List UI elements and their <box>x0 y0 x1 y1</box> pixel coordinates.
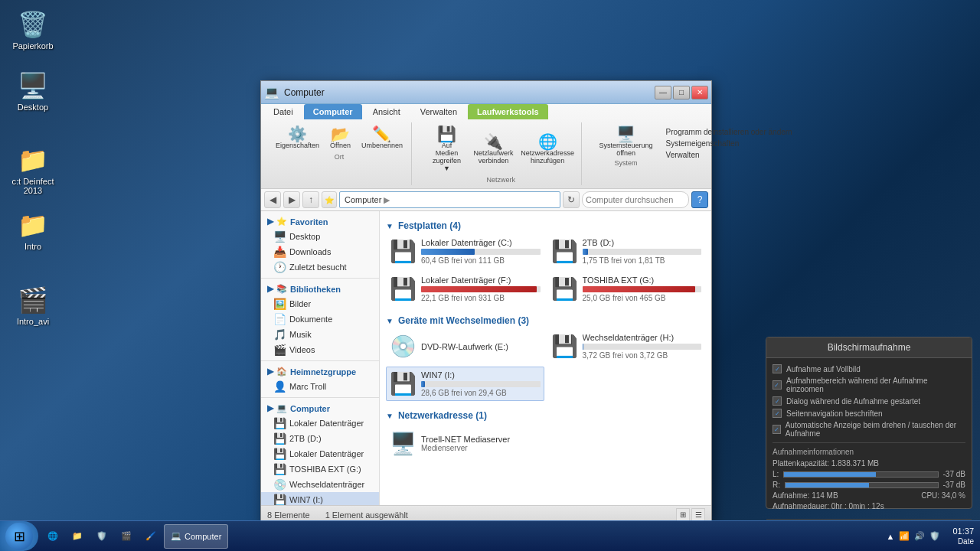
search-input[interactable] <box>586 195 691 204</box>
marc-troll-label: Marc Troll <box>289 382 326 391</box>
taskbar-computer-window[interactable]: 💻 Computer <box>164 524 228 549</box>
taskbar-explorer[interactable]: 📁 <box>66 524 89 549</box>
drive-e[interactable]: 💿 DVD-RW-Laufwerk (E:) <box>386 329 544 364</box>
media-icon: 🎬 <box>121 531 132 541</box>
start-button[interactable]: ⊞ <box>0 521 38 551</box>
tab-computer[interactable]: Computer <box>304 104 362 119</box>
drive-i[interactable]: 💾 WIN7 (I:) 28,6 GB frei von 29,4 GB <box>386 367 544 401</box>
sidebar-item-desktop[interactable]: 🖥️ Desktop <box>261 229 379 244</box>
minimize-button[interactable]: — <box>655 86 671 99</box>
taskbar-clock[interactable]: 01:37 Date <box>946 526 980 546</box>
tab-verwalten[interactable]: Verwalten <box>411 104 466 119</box>
drives-grid-wechsel: 💿 DVD-RW-Laufwerk (E:) 💾 Wechseldatenträ… <box>386 329 705 401</box>
view-btn-list[interactable]: ☰ <box>691 508 705 522</box>
sidebar-item-toshiba[interactable]: 💾 TOSHIBA EXT (G:) <box>261 461 379 477</box>
ribbon-btn-oeffnen[interactable]: 📂 Öffnen <box>326 124 354 152</box>
desktop-icon-papierkorb[interactable]: 🗑️ Papierkorb <box>6 6 60 54</box>
sw-level-l-fill <box>784 472 876 477</box>
section-header-netzwerk-content[interactable]: ▼ Netzwerkadresse (1) <box>386 407 705 424</box>
bilder-icon: 🖼️ <box>273 298 286 310</box>
address-bar: ◀ ▶ ↑ ⭐ Computer ▶ ↻ 🔍 ? <box>261 189 711 211</box>
ribbon-btn-netzlaufwerk[interactable]: 🔌 Netzlaufwerkverbinden <box>471 132 516 167</box>
help-button[interactable]: ? <box>691 191 708 208</box>
ribbon-tabs: Datei Computer Ansicht Verwalten Laufwer… <box>261 104 711 119</box>
section-header-festplatten[interactable]: ▼ Festplatten (4) <box>386 217 705 234</box>
tab-datei[interactable]: Datei <box>264 104 302 119</box>
taskbar-chrome[interactable]: 🌐 <box>41 524 64 549</box>
tray-expand[interactable]: ▲ <box>887 532 895 541</box>
sidebar-item-2tb[interactable]: 💾 2TB (D:) <box>261 431 379 446</box>
search-box[interactable]: 🔍 <box>582 191 689 208</box>
taskbar-media[interactable]: 🎬 <box>115 524 138 549</box>
sidebar-item-win7[interactable]: 💾 WIN7 (I:) <box>261 492 379 505</box>
ribbon-system-item-3[interactable]: Verwalten <box>663 150 795 160</box>
back-button[interactable]: ◀ <box>264 191 281 208</box>
sidebar-item-dokumente[interactable]: 📄 Dokumente <box>261 311 379 327</box>
troell-net-item[interactable]: 🖥️ Troell-NET Mediaserver Medienserver <box>386 427 705 460</box>
taskbar-paint[interactable]: 🖌️ <box>139 524 162 549</box>
desktop-icon-intro[interactable]: 📁 Intro <box>6 207 60 254</box>
drive-c[interactable]: 💾 Lokaler Datenträger (C:) 60,4 GB frei … <box>386 234 544 269</box>
papierkorb-icon: 🗑️ <box>18 9 48 40</box>
sidebar-divider-3 <box>261 397 379 398</box>
ribbon-btn-medien[interactable]: 💾 Auf Medienzugreifen ▼ <box>426 124 468 174</box>
drive-e-icon: 💿 <box>390 334 416 359</box>
desktop-icon-desktop[interactable]: 🖥️ Desktop <box>6 67 60 115</box>
ribbon-system-item-2[interactable]: Systemeigenschaften <box>663 139 795 148</box>
sidebar-item-wechsel[interactable]: 💿 Wechseldatenträger <box>261 477 379 492</box>
sidebar-section-favoriten: ▶ ⭐ Favoriten 🖥️ Desktop 📥 Downloads 🕐 <box>261 214 379 275</box>
sidebar-item-videos[interactable]: 🎬 Videos <box>261 342 379 357</box>
close-button[interactable]: ✕ <box>691 86 708 99</box>
sidebar-item-marc-troll[interactable]: 👤 Marc Troll <box>261 379 379 394</box>
ribbon-btn-umbenennen[interactable]: ✏️ Umbenennen <box>358 124 407 152</box>
sw-checkbox-4[interactable]: ✓ <box>773 409 782 418</box>
sidebar-header-computer[interactable]: ▶ 💻 Computer <box>261 401 379 416</box>
drive-f[interactable]: 💾 Lokaler Datenträger (F:) 22,1 GB frei … <box>386 272 544 306</box>
desktop-icon-intro-avi[interactable]: 🎬 Intro_avi <box>6 282 60 329</box>
sidebar-item-bilder[interactable]: 🖼️ Bilder <box>261 296 379 311</box>
sidebar-item-musik[interactable]: 🎵 Musik <box>261 327 379 342</box>
ribbon-btn-systemsteuerung[interactable]: 🖥️ Systemsteuerungöffnen <box>596 124 657 159</box>
tab-ansicht[interactable]: Ansicht <box>364 104 410 119</box>
tab-laufwerkstools[interactable]: Laufwerkstools <box>468 104 548 119</box>
drive-g[interactable]: 💾 TOSHIBA EXT (G:) 25,0 GB frei von 465 … <box>547 272 706 306</box>
sw-checkbox-1[interactable]: ✓ <box>773 364 782 373</box>
sw-option-2-label: Aufnahmebereich während der Aufnahme ein… <box>786 377 965 393</box>
view-btn-grid[interactable]: ⊞ <box>676 508 690 522</box>
drive-i-name: WIN7 (I:) <box>421 370 541 380</box>
drive-h[interactable]: 💾 Wechseldatenträger (H:) 3,72 GB frei v… <box>547 329 706 364</box>
tray-network-icon: 📶 <box>899 531 910 541</box>
address-box[interactable]: Computer ▶ <box>339 191 560 208</box>
sidebar-header-heimnetz[interactable]: ▶ 🏠 Heimnetzgruppe <box>261 364 379 379</box>
ribbon-btn-netzwerkadresse[interactable]: 🌐 Netzwerkadressehinzufügen <box>519 132 577 167</box>
sidebar-item-zuletzt[interactable]: 🕐 Zuletzt besucht <box>261 259 379 275</box>
sidebar-item-laufwerk-f[interactable]: 💾 Lokaler Datenträger <box>261 446 379 461</box>
ribbon-btn-eigenschaften[interactable]: ⚙️ Eigenschaften <box>272 124 323 152</box>
win7-icon: 💾 <box>273 494 286 505</box>
recent-button[interactable]: ⭐ <box>322 191 337 208</box>
maximize-button[interactable]: □ <box>673 86 690 99</box>
papierkorb-label: Papierkorb <box>12 41 53 51</box>
sidebar-header-bibliotheken[interactable]: ▶ 📚 Bibliotheken <box>261 282 379 296</box>
drive-d[interactable]: 💾 2TB (D:) 1,75 TB frei von 1,81 TB <box>547 234 706 269</box>
taskbar-antivirus[interactable]: 🛡️ <box>90 524 113 549</box>
forward-button[interactable]: ▶ <box>283 191 300 208</box>
drive-i-info: WIN7 (I:) 28,6 GB frei von 29,4 GB <box>421 370 541 397</box>
desktop-icon-deinfect[interactable]: 📁 c:t Deinfect 2013 <box>6 142 60 198</box>
status-elements: 8 Elemente <box>267 510 310 520</box>
up-button[interactable]: ↑ <box>302 191 319 208</box>
ribbon-system-item-1[interactable]: Programm deinstallieren oder ändern <box>663 127 795 137</box>
laufwerk-f-label: Lokaler Datenträger <box>289 449 364 458</box>
drive-i-bar-fill <box>421 381 425 387</box>
section-header-wechsel[interactable]: ▼ Geräte mit Wechselmedien (3) <box>386 312 705 329</box>
sidebar-item-laufwerk-c[interactable]: 💾 Lokaler Datenträger <box>261 416 379 431</box>
title-bar-title: Computer <box>284 87 655 98</box>
marc-troll-icon: 👤 <box>273 380 286 393</box>
refresh-button[interactable]: ↻ <box>563 191 580 208</box>
sidebar-header-favoriten[interactable]: ▶ ⭐ Favoriten <box>261 214 379 229</box>
sw-level-r-fill <box>786 483 869 487</box>
sidebar-item-downloads[interactable]: 📥 Downloads <box>261 244 379 259</box>
sw-checkbox-3[interactable]: ✓ <box>773 396 782 406</box>
sw-checkbox-2[interactable]: ✓ <box>773 380 782 390</box>
sw-checkbox-5[interactable]: ✓ <box>773 425 781 434</box>
